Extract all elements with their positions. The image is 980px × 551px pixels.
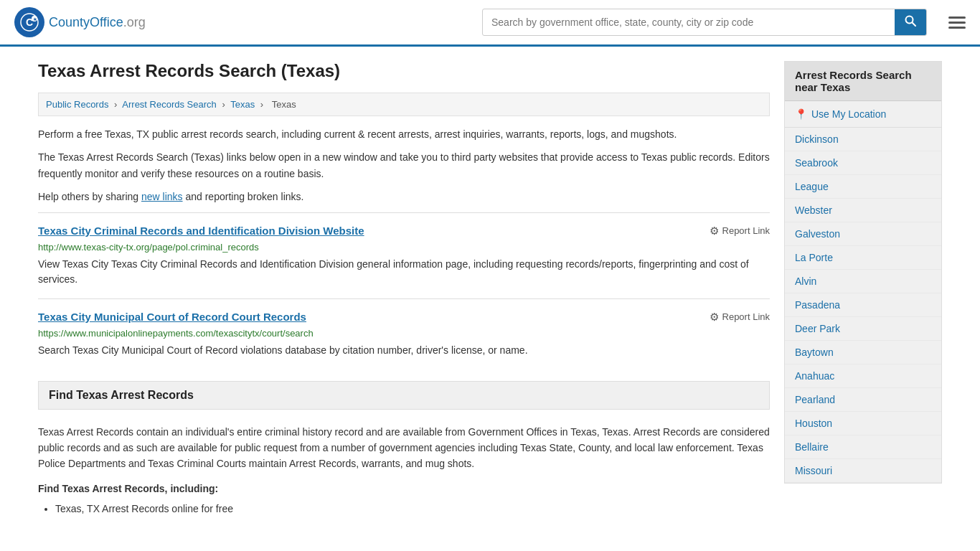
site-header: C ★ CountyOffice.org <box>0 0 980 47</box>
breadcrumb-public-records[interactable]: Public Records <box>46 99 108 110</box>
find-section-box: Find Texas Arrest Records <box>38 381 770 410</box>
sidebar-city-link-6[interactable]: Alvin <box>785 270 941 293</box>
sidebar-city-link-11[interactable]: Pearland <box>785 388 941 411</box>
find-section-title: Find Texas Arrest Records <box>49 389 194 401</box>
sidebar-city-5: La Porte <box>785 246 941 270</box>
main-content: Texas Arrest Records Search (Texas) Publ… <box>38 61 770 523</box>
sidebar-city-9: Baytown <box>785 341 941 364</box>
result-title-2[interactable]: Texas City Municipal Court of Record Cou… <box>38 311 306 323</box>
result-desc-1: View Texas City Texas City Criminal Reco… <box>38 257 770 287</box>
report-link-2[interactable]: ⚙ Report Link <box>710 311 770 324</box>
result-header-1: Texas City Criminal Records and Identifi… <box>38 225 770 237</box>
breadcrumb-arrest-records[interactable]: Arrest Records Search <box>122 99 217 110</box>
new-links-link[interactable]: new links <box>141 191 183 202</box>
sidebar-city-link-7[interactable]: Pasadena <box>785 293 941 316</box>
sidebar-city-link-13[interactable]: Bellaire <box>785 435 941 458</box>
sidebar-city-link-8[interactable]: Deer Park <box>785 317 941 340</box>
description-para1: Perform a free Texas, TX public arrest r… <box>38 126 770 142</box>
bullet-item-1: Texas, TX Arrest Records online for free <box>55 501 770 517</box>
sidebar-city-link-3[interactable]: Webster <box>785 199 941 222</box>
sidebar: Arrest Records Search near Texas 📍 Use M… <box>784 61 942 523</box>
result-desc-2: Search Texas City Municipal Court of Rec… <box>38 343 770 358</box>
sidebar-city-list: Dickinson Seabrook League Webster Galves… <box>785 128 941 483</box>
sidebar-city-7: Pasadena <box>785 293 941 317</box>
sidebar-city-link-5[interactable]: La Porte <box>785 246 941 269</box>
report-link-1[interactable]: ⚙ Report Link <box>710 225 770 237</box>
find-section-subtitle: Find Texas Arrest Records, including: <box>38 481 770 496</box>
sidebar-city-link-10[interactable]: Anahuac <box>785 364 941 387</box>
find-section-content: Texas Arrest Records contain an individu… <box>38 417 770 523</box>
result-url-2[interactable]: https://www.municipalonlinepayments.com/… <box>38 328 770 339</box>
sidebar-city-12: Houston <box>785 412 941 435</box>
search-bar <box>482 9 927 36</box>
sidebar-city-10: Anahuac <box>785 364 941 388</box>
description-para3: Help others by sharing new links and rep… <box>38 189 770 204</box>
sidebar-city-link-1[interactable]: Seabrook <box>785 151 941 174</box>
search-input[interactable] <box>483 11 895 34</box>
menu-button[interactable] <box>948 17 966 29</box>
sidebar-box: Arrest Records Search near Texas 📍 Use M… <box>784 61 942 484</box>
sidebar-city-14: Missouri <box>785 459 941 483</box>
sidebar-city-link-4[interactable]: Galveston <box>785 222 941 245</box>
sidebar-city-6: Alvin <box>785 270 941 293</box>
search-button[interactable] <box>895 9 926 35</box>
use-location-button[interactable]: 📍 Use My Location <box>785 101 941 128</box>
report-icon-2: ⚙ <box>710 311 719 324</box>
sidebar-city-4: Galveston <box>785 222 941 246</box>
sidebar-city-link-2[interactable]: League <box>785 175 941 198</box>
breadcrumb-current: Texas <box>272 99 296 110</box>
logo-icon: C ★ <box>14 7 44 37</box>
sidebar-city-link-14[interactable]: Missouri <box>785 459 941 482</box>
result-url-1[interactable]: http://www.texas-city-tx.org/page/pol.cr… <box>38 242 770 253</box>
sidebar-city-2: League <box>785 175 941 199</box>
svg-line-5 <box>913 23 916 27</box>
result-title-1[interactable]: Texas City Criminal Records and Identifi… <box>38 225 364 237</box>
sidebar-city-link-0[interactable]: Dickinson <box>785 128 941 151</box>
find-section-bullets: Texas, TX Arrest Records online for free <box>55 501 770 517</box>
site-logo[interactable]: C ★ CountyOffice.org <box>14 7 146 37</box>
find-section-para: Texas Arrest Records contain an individu… <box>38 424 770 472</box>
use-location-label: Use My Location <box>811 108 886 120</box>
sidebar-city-13: Bellaire <box>785 435 941 459</box>
breadcrumb: Public Records › Arrest Records Search ›… <box>38 93 770 116</box>
result-card-1: Texas City Criminal Records and Identifi… <box>38 212 770 298</box>
sidebar-city-3: Webster <box>785 199 941 222</box>
breadcrumb-state[interactable]: Texas <box>230 99 255 110</box>
sidebar-city-11: Pearland <box>785 388 941 412</box>
sidebar-city-0: Dickinson <box>785 128 941 151</box>
sidebar-title: Arrest Records Search near Texas <box>785 62 941 101</box>
sidebar-city-link-12[interactable]: Houston <box>785 412 941 435</box>
description-para2: The Texas Arrest Records Search (Texas) … <box>38 149 770 182</box>
sidebar-city-8: Deer Park <box>785 317 941 341</box>
logo-text: CountyOffice.org <box>49 15 146 30</box>
page-title: Texas Arrest Records Search (Texas) <box>38 61 770 81</box>
sidebar-city-link-9[interactable]: Baytown <box>785 341 941 364</box>
report-icon-1: ⚙ <box>710 225 719 237</box>
sidebar-city-1: Seabrook <box>785 151 941 175</box>
main-layout: Texas Arrest Records Search (Texas) Publ… <box>24 47 956 523</box>
result-card-2: Texas City Municipal Court of Record Cou… <box>38 298 770 369</box>
location-icon: 📍 <box>795 108 807 120</box>
result-header-2: Texas City Municipal Court of Record Cou… <box>38 311 770 324</box>
